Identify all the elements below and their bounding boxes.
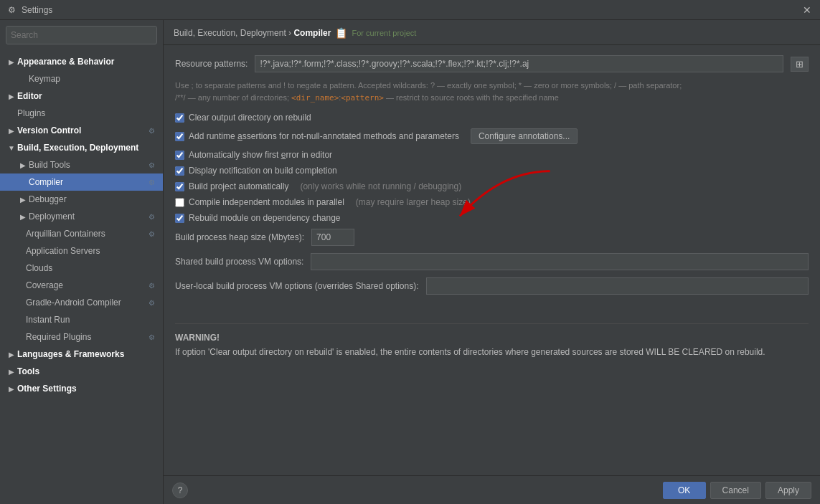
sidebar-item-label: Clouds — [26, 263, 157, 273]
sidebar-item-required-plugins[interactable]: Required Plugins ⚙ — [0, 328, 163, 346]
sidebar-item-build-tools[interactable]: ▶ Build Tools ⚙ — [0, 156, 163, 173]
sidebar-item-label: Keymap — [29, 74, 157, 84]
sidebar-item-tools[interactable]: ▶ Tools — [0, 363, 163, 380]
sidebar-item-label: Build, Execution, Deployment — [17, 143, 157, 153]
window-icon: ⚙ — [6, 4, 17, 16]
auto-show-error-label: Automatically show first error in editor — [189, 150, 332, 160]
sidebar-item-label: Editor — [17, 91, 157, 101]
build-automatically-note: (only works while not running / debuggin… — [300, 181, 461, 191]
sidebar-item-compiler[interactable]: Compiler ⚙ — [0, 173, 163, 191]
sidebar: ▶ Appearance & Behavior Keymap ▶ Editor … — [0, 20, 164, 504]
sidebar-item-debugger[interactable]: ▶ Debugger — [0, 191, 163, 208]
display-notification-row: Display notification on build completion — [175, 166, 809, 176]
display-notification-checkbox[interactable] — [175, 166, 184, 176]
user-vm-row: User-local build process VM options (ove… — [175, 277, 809, 295]
user-vm-input[interactable] — [426, 277, 809, 295]
sidebar-item-version-control[interactable]: ▶ Version Control ⚙ — [0, 122, 163, 139]
breadcrumb: Build, Execution, Deployment › Compiler — [174, 28, 331, 38]
user-vm-label: User-local build process VM options (ove… — [175, 281, 419, 291]
help-button[interactable]: ? — [172, 482, 188, 498]
sidebar-item-label: Compiler — [29, 177, 146, 187]
sidebar-item-label: Version Control — [17, 125, 146, 135]
sidebar-item-other-settings[interactable]: ▶ Other Settings — [0, 380, 163, 397]
ok-button[interactable]: OK — [663, 482, 706, 499]
arrow-icon: ▶ — [17, 196, 29, 204]
sidebar-item-label: Gradle-Android Compiler — [26, 298, 146, 308]
compile-parallel-label: Compile independent modules in parallel — [189, 197, 344, 207]
config-icon: ⚙ — [146, 331, 157, 343]
sidebar-item-arquillian[interactable]: Arquillian Containers ⚙ — [0, 225, 163, 242]
sidebar-item-label: Application Servers — [26, 246, 157, 256]
warning-box: WARNING! If option 'Clear output directo… — [175, 323, 809, 366]
settings-window: ⚙ Settings ✕ ▶ Appearance & Behavior Key… — [0, 0, 820, 504]
main-footer: ? OK Cancel Apply — [164, 475, 820, 504]
sidebar-item-build-execution[interactable]: ▼ Build, Execution, Deployment — [0, 139, 163, 156]
resource-patterns-expand-btn[interactable]: ⊞ — [791, 57, 809, 72]
sidebar-item-label: Instant Run — [26, 315, 157, 325]
resource-patterns-label: Resource patterns: — [175, 59, 248, 69]
compile-parallel-checkbox[interactable] — [175, 198, 184, 207]
arrow-icon: ▶ — [6, 368, 17, 376]
resource-hint: Use ; to separate patterns and ! to nega… — [175, 80, 809, 104]
config-icon: ⚙ — [146, 297, 157, 308]
sidebar-item-deployment[interactable]: ▶ Deployment ⚙ — [0, 208, 163, 225]
sidebar-item-label: Arquillian Containers — [26, 229, 146, 239]
content-area: ▶ Appearance & Behavior Keymap ▶ Editor … — [0, 20, 820, 504]
arrow-icon: ▶ — [6, 58, 17, 66]
sidebar-item-application-servers[interactable]: Application Servers — [0, 242, 163, 260]
window-title: Settings — [22, 5, 800, 15]
rebuild-dependency-row: Rebuild module on dependency change — [175, 213, 809, 223]
shared-vm-label: Shared build process VM options: — [175, 257, 303, 267]
close-button[interactable]: ✕ — [800, 3, 814, 17]
title-bar: ⚙ Settings ✕ — [0, 0, 820, 20]
configure-annotations-btn[interactable]: Configure annotations... — [471, 128, 578, 144]
heap-size-input[interactable] — [311, 229, 354, 246]
sidebar-item-label: Deployment — [29, 211, 146, 222]
config-icon: ⚙ — [146, 125, 157, 136]
sidebar-item-label: Required Plugins — [26, 332, 146, 342]
sidebar-item-gradle-android[interactable]: Gradle-Android Compiler ⚙ — [0, 294, 163, 311]
add-runtime-row: Add runtime assertions for not-null-anno… — [175, 128, 809, 144]
footer-right: OK Cancel Apply — [663, 482, 811, 499]
add-runtime-label: Add runtime assertions for not-null-anno… — [189, 131, 459, 141]
sidebar-item-instant-run[interactable]: Instant Run — [0, 311, 163, 328]
search-input[interactable] — [11, 30, 152, 40]
sidebar-item-label: Coverage — [26, 280, 146, 290]
sidebar-item-coverage[interactable]: Coverage ⚙ — [0, 277, 163, 294]
arrow-icon: ▶ — [6, 127, 17, 135]
arrow-icon: ▶ — [6, 385, 17, 393]
resource-patterns-input[interactable] — [255, 55, 783, 72]
shared-vm-input[interactable] — [311, 253, 809, 270]
warning-text: If option 'Clear output directory on reb… — [175, 346, 809, 358]
config-icon: ⚙ — [146, 211, 157, 222]
config-icon: ⚙ — [146, 280, 157, 291]
rebuild-dependency-label: Rebuild module on dependency change — [189, 213, 341, 223]
auto-show-error-row: Automatically show first error in editor — [175, 150, 809, 160]
sidebar-item-plugins[interactable]: Plugins — [0, 105, 163, 122]
rebuild-dependency-checkbox[interactable] — [175, 214, 184, 223]
sidebar-item-editor[interactable]: ▶ Editor — [0, 87, 163, 105]
resource-patterns-row: Resource patterns: ⊞ — [175, 55, 809, 72]
build-automatically-checkbox[interactable] — [175, 182, 184, 191]
project-icon: 📋 — [335, 27, 347, 39]
main-content: Build, Execution, Deployment › Compiler … — [164, 20, 820, 504]
heap-size-label: Build process heap size (Mbytes): — [175, 232, 304, 242]
clear-output-checkbox[interactable] — [175, 113, 184, 123]
add-runtime-checkbox[interactable] — [175, 132, 184, 141]
build-automatically-label: Build project automatically — [189, 181, 288, 191]
clear-output-row: Clear output directory on rebuild — [175, 113, 809, 123]
heap-size-row: Build process heap size (Mbytes): — [175, 229, 809, 246]
build-automatically-row: Build project automatically (only works … — [175, 181, 809, 191]
compile-parallel-note: (may require larger heap size) — [356, 197, 471, 207]
sidebar-nav: ▶ Appearance & Behavior Keymap ▶ Editor … — [0, 50, 163, 504]
arrow-icon: ▶ — [6, 351, 17, 358]
config-icon: ⚙ — [146, 228, 157, 239]
apply-button[interactable]: Apply — [765, 482, 811, 499]
cancel-button[interactable]: Cancel — [710, 482, 761, 499]
auto-show-error-checkbox[interactable] — [175, 151, 184, 160]
sidebar-item-clouds[interactable]: Clouds — [0, 260, 163, 277]
sidebar-item-appearance[interactable]: ▶ Appearance & Behavior — [0, 53, 163, 70]
sidebar-item-keymap[interactable]: Keymap — [0, 70, 163, 87]
search-box[interactable] — [6, 26, 157, 44]
sidebar-item-languages[interactable]: ▶ Languages & Frameworks — [0, 346, 163, 363]
